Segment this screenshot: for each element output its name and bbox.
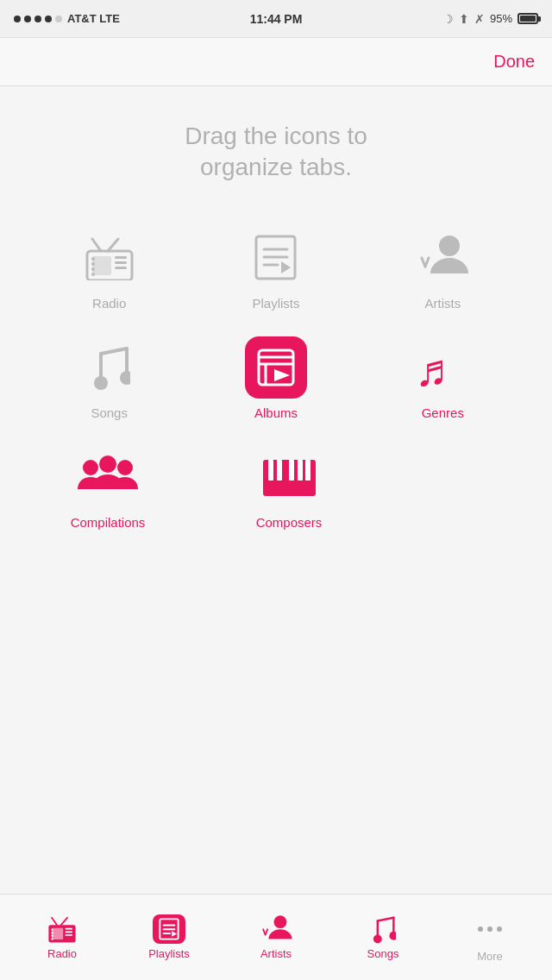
radio-label: Radio bbox=[92, 296, 126, 311]
svg-point-62 bbox=[389, 932, 396, 940]
songs-label: Songs bbox=[91, 405, 128, 420]
icon-item-albums[interactable]: Albums bbox=[220, 336, 332, 420]
artists-label: Artists bbox=[424, 296, 461, 311]
svg-marker-28 bbox=[274, 369, 290, 381]
svg-point-22 bbox=[94, 376, 108, 390]
compilations-label: Compilations bbox=[71, 515, 146, 530]
composers-icon-box bbox=[258, 446, 320, 508]
svg-rect-40 bbox=[52, 928, 63, 939]
playlists-label: Playlists bbox=[252, 296, 299, 311]
tab-artists-icon bbox=[260, 914, 292, 944]
svg-rect-1 bbox=[92, 256, 111, 275]
tab-radio-icon bbox=[47, 914, 78, 944]
tab-bar-more[interactable]: More bbox=[436, 912, 543, 963]
tab-bar-songs[interactable]: Songs bbox=[329, 914, 436, 960]
svg-point-5 bbox=[91, 273, 95, 276]
playlists-icon-box bbox=[245, 227, 307, 289]
svg-point-32 bbox=[117, 460, 133, 475]
svg-point-43 bbox=[51, 935, 53, 937]
tab-bar: Radio Playlists Artists bbox=[0, 894, 552, 980]
icon-row-3: Compilations Composers bbox=[26, 446, 526, 530]
icon-item-songs[interactable]: Songs bbox=[53, 336, 166, 420]
svg-rect-37 bbox=[298, 460, 303, 481]
status-right: ☽ ⬆ ✗ 95% bbox=[442, 12, 538, 26]
icon-row-2: Songs Albums bbox=[26, 336, 526, 420]
svg-line-57 bbox=[263, 929, 265, 934]
more-dots bbox=[478, 912, 502, 946]
icon-item-playlists[interactable]: Playlists bbox=[220, 227, 332, 311]
svg-rect-6 bbox=[115, 256, 127, 259]
signal-dots bbox=[14, 16, 62, 22]
tab-songs-icon bbox=[370, 914, 396, 944]
tab-bar-playlists[interactable]: Playlists bbox=[116, 914, 223, 960]
svg-point-23 bbox=[120, 371, 130, 385]
svg-point-55 bbox=[274, 915, 287, 928]
tab-bar-radio[interactable]: Radio bbox=[9, 914, 116, 960]
radio-icon bbox=[84, 236, 135, 280]
icon-item-radio[interactable]: Radio bbox=[53, 227, 166, 311]
genres-icon: ♬ bbox=[415, 342, 471, 393]
genres-icon-box: ♬ bbox=[411, 336, 474, 399]
status-time: 11:44 PM bbox=[250, 12, 303, 26]
tab-songs-label: Songs bbox=[367, 947, 399, 960]
svg-line-18 bbox=[422, 258, 425, 267]
artists-icon bbox=[417, 234, 468, 281]
svg-rect-46 bbox=[66, 931, 72, 933]
svg-marker-54 bbox=[172, 931, 177, 937]
tab-bar-artists[interactable]: Artists bbox=[223, 914, 329, 960]
main-content: Drag the icons to organize tabs. bbox=[0, 86, 552, 863]
done-button[interactable]: Done bbox=[493, 52, 535, 72]
tab-playlists-box bbox=[153, 914, 185, 944]
playlists-icon bbox=[252, 234, 299, 281]
tab-artists-label: Artists bbox=[260, 947, 292, 960]
svg-point-2 bbox=[91, 257, 95, 261]
icon-item-genres[interactable]: ♬ Genres bbox=[386, 336, 499, 420]
svg-rect-34 bbox=[268, 460, 273, 481]
svg-point-42 bbox=[51, 932, 53, 933]
albums-label: Albums bbox=[254, 405, 298, 420]
songs-icon bbox=[89, 343, 130, 391]
svg-text:♬: ♬ bbox=[415, 345, 448, 393]
bluetooth-icon: ✗ bbox=[474, 12, 485, 26]
compilations-icon-box bbox=[77, 446, 139, 508]
svg-point-61 bbox=[373, 934, 382, 943]
svg-rect-7 bbox=[115, 261, 127, 264]
svg-rect-45 bbox=[66, 928, 72, 930]
svg-line-49 bbox=[61, 918, 67, 925]
svg-line-59 bbox=[378, 918, 394, 921]
albums-icon-box bbox=[245, 336, 307, 399]
svg-point-44 bbox=[51, 938, 53, 939]
svg-point-41 bbox=[51, 928, 53, 930]
svg-line-9 bbox=[92, 239, 101, 251]
icon-item-composers[interactable]: Composers bbox=[233, 446, 345, 530]
carrier-label: AT&T LTE bbox=[67, 12, 120, 25]
svg-rect-47 bbox=[66, 934, 72, 936]
tab-playlists-icon bbox=[158, 917, 180, 941]
svg-line-20 bbox=[101, 349, 127, 354]
location-icon: ⬆ bbox=[459, 12, 469, 26]
battery-icon bbox=[518, 13, 538, 24]
svg-point-3 bbox=[91, 262, 95, 266]
svg-marker-15 bbox=[281, 261, 291, 273]
svg-point-16 bbox=[439, 236, 460, 256]
icon-row-1: Radio Playlists bbox=[26, 227, 526, 311]
status-left: AT&T LTE bbox=[14, 12, 120, 25]
instruction-text: Drag the icons to organize tabs. bbox=[17, 121, 535, 184]
svg-line-48 bbox=[52, 918, 57, 925]
tab-playlists-label: Playlists bbox=[148, 947, 190, 960]
composers-label: Composers bbox=[256, 515, 323, 530]
icon-grid: Radio Playlists bbox=[17, 227, 535, 530]
icon-item-compilations[interactable]: Compilations bbox=[52, 446, 164, 530]
svg-point-31 bbox=[99, 455, 116, 473]
svg-line-10 bbox=[108, 239, 118, 251]
artists-icon-box bbox=[411, 227, 474, 289]
compilations-icon bbox=[78, 452, 138, 502]
status-bar: AT&T LTE 11:44 PM ☽ ⬆ ✗ 95% bbox=[0, 0, 552, 38]
nav-bar: Done bbox=[0, 38, 552, 86]
tab-radio-label: Radio bbox=[47, 947, 77, 960]
icon-item-artists[interactable]: Artists bbox=[386, 227, 499, 311]
svg-point-30 bbox=[83, 460, 98, 475]
moon-icon: ☽ bbox=[442, 12, 454, 26]
svg-rect-8 bbox=[115, 267, 127, 269]
genres-label: Genres bbox=[422, 405, 464, 420]
